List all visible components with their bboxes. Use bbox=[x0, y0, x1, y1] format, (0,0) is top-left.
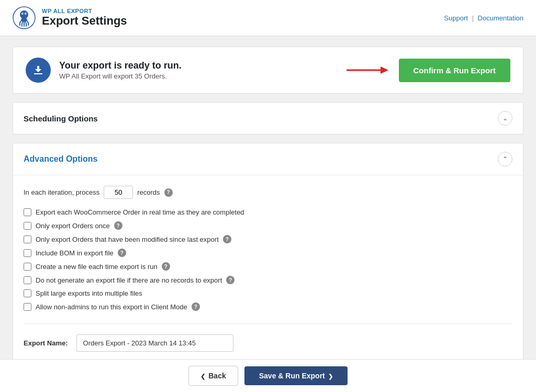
iterations-input[interactable] bbox=[104, 186, 133, 199]
link-divider: | bbox=[472, 14, 474, 22]
banner-right: Confirm & Run Export bbox=[347, 59, 511, 82]
export-icon bbox=[26, 58, 51, 83]
checkbox-bom[interactable] bbox=[24, 249, 31, 257]
checkbox-norecords[interactable] bbox=[24, 276, 31, 284]
page-wrapper: WP ALL EXPORT Export Settings Support | … bbox=[0, 0, 536, 392]
checkbox-split-label[interactable]: Split large exports into multiple files bbox=[36, 289, 142, 297]
svg-point-6 bbox=[26, 13, 27, 14]
scheduling-panel: Scheduling Options ⌄ bbox=[13, 102, 523, 135]
banner-subtext: WP All Export will export 35 Orders. bbox=[59, 72, 182, 80]
checkbox-client-mode-label[interactable]: Allow non-admins to run this export in C… bbox=[36, 303, 187, 311]
header-links: Support | Documentation bbox=[444, 14, 523, 22]
banner-left: Your export is ready to run. WP All Expo… bbox=[26, 58, 182, 83]
header: WP ALL EXPORT Export Settings Support | … bbox=[0, 0, 536, 36]
list-item: Allow non-admins to run this export in C… bbox=[24, 303, 512, 311]
list-item: Only export Orders that have been modifi… bbox=[24, 235, 512, 243]
advanced-toggle[interactable]: ⌃ bbox=[498, 152, 512, 166]
confirm-run-button[interactable]: Confirm & Run Export bbox=[399, 59, 511, 82]
list-item: Only export Orders once ? bbox=[24, 221, 512, 230]
checkbox-modified[interactable] bbox=[24, 236, 31, 243]
advanced-panel: Advanced Options ⌃ In each iteration, pr… bbox=[13, 143, 523, 365]
list-item: Create a new file each time export is ru… bbox=[24, 262, 512, 271]
back-button[interactable]: Back bbox=[188, 366, 238, 386]
banner-heading: Your export is ready to run. bbox=[59, 60, 182, 71]
chevron-right-icon bbox=[328, 372, 333, 380]
checkbox-norecords-label[interactable]: Do not generate an export file if there … bbox=[36, 276, 222, 284]
header-left: WP ALL EXPORT Export Settings bbox=[13, 6, 127, 29]
checkbox-bom-label[interactable]: Include BOM in export file bbox=[36, 249, 114, 257]
page-title: Export Settings bbox=[42, 14, 127, 28]
scheduling-header[interactable]: Scheduling Options ⌄ bbox=[13, 103, 523, 134]
arrow-icon bbox=[347, 64, 388, 76]
iterations-prefix: In each iteration, process bbox=[24, 188, 99, 196]
iterations-help-icon[interactable]: ? bbox=[164, 188, 173, 197]
checkbox-once[interactable] bbox=[24, 222, 31, 230]
iterations-row: In each iteration, process records ? bbox=[24, 186, 512, 199]
footer-bar: Back Save & Run Export bbox=[0, 359, 536, 392]
checkbox-newfile[interactable] bbox=[24, 263, 31, 271]
advanced-header[interactable]: Advanced Options ⌃ bbox=[13, 143, 523, 175]
chevron-up-icon: ⌃ bbox=[502, 155, 508, 163]
logo-icon bbox=[13, 6, 36, 29]
svg-point-1 bbox=[20, 10, 28, 19]
list-item: Include BOM in export file ? bbox=[24, 249, 512, 257]
checkbox-bom-help-icon[interactable]: ? bbox=[118, 249, 126, 257]
svg-point-5 bbox=[23, 13, 24, 14]
checkbox-list: Export each WooCommerce Order in real ti… bbox=[24, 208, 512, 311]
checkbox-modified-label[interactable]: Only export Orders that have been modifi… bbox=[36, 236, 219, 243]
checkbox-realtime-label[interactable]: Export each WooCommerce Order in real ti… bbox=[36, 208, 244, 216]
chevron-left-icon bbox=[200, 372, 205, 380]
main-content: Your export is ready to run. WP All Expo… bbox=[0, 36, 536, 392]
checkbox-once-label[interactable]: Only export Orders once bbox=[36, 222, 110, 230]
advanced-body: In each iteration, process records ? Exp… bbox=[13, 175, 523, 364]
export-name-label: Export Name: bbox=[24, 339, 68, 347]
export-name-row: Export Name: bbox=[24, 323, 512, 352]
checkbox-newfile-label[interactable]: Create a new file each time export is ru… bbox=[36, 263, 158, 271]
documentation-link[interactable]: Documentation bbox=[478, 14, 523, 22]
banner-text: Your export is ready to run. WP All Expo… bbox=[59, 60, 182, 80]
checkbox-modified-help-icon[interactable]: ? bbox=[223, 235, 231, 243]
export-banner: Your export is ready to run. WP All Expo… bbox=[13, 47, 523, 94]
checkbox-client-mode[interactable] bbox=[24, 303, 31, 311]
export-name-input[interactable] bbox=[76, 334, 233, 352]
scheduling-title: Scheduling Options bbox=[24, 114, 98, 123]
checkbox-newfile-help-icon[interactable]: ? bbox=[162, 262, 170, 271]
list-item: Split large exports into multiple files bbox=[24, 289, 512, 297]
list-item: Do not generate an export file if there … bbox=[24, 276, 512, 284]
brand-name: WP ALL EXPORT bbox=[42, 8, 127, 14]
scheduling-toggle[interactable]: ⌄ bbox=[498, 111, 512, 126]
save-run-button[interactable]: Save & Run Export bbox=[244, 366, 348, 385]
svg-marker-8 bbox=[381, 66, 388, 74]
checkbox-once-help-icon[interactable]: ? bbox=[114, 221, 122, 230]
header-title-block: WP ALL EXPORT Export Settings bbox=[42, 8, 127, 28]
checkbox-norecords-help-icon[interactable]: ? bbox=[226, 276, 234, 284]
chevron-down-icon: ⌄ bbox=[502, 115, 508, 122]
iterations-suffix: records bbox=[137, 188, 160, 196]
download-icon bbox=[32, 64, 44, 76]
checkbox-split[interactable] bbox=[24, 289, 31, 297]
checkbox-realtime[interactable] bbox=[24, 208, 31, 216]
save-label: Save & Run Export bbox=[259, 372, 325, 380]
svg-point-2 bbox=[21, 18, 27, 22]
support-link[interactable]: Support bbox=[444, 14, 468, 22]
advanced-title: Advanced Options bbox=[24, 154, 97, 164]
list-item: Export each WooCommerce Order in real ti… bbox=[24, 208, 512, 216]
back-label: Back bbox=[208, 372, 226, 380]
checkbox-client-help-icon[interactable]: ? bbox=[192, 303, 200, 311]
